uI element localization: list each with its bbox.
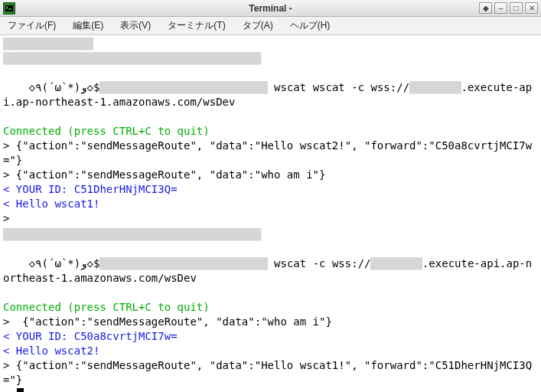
menu-tab[interactable]: タブ(A) [240,18,276,34]
prompt-caret: > [3,388,16,392]
input-line: > {"action":"sendMessageRoute", "data":"… [3,139,538,168]
prompt-symbol: ◇٩(´ω`*)و◇$ [29,81,100,93]
redacted-inline: ██████████████████████████ [99,81,267,93]
input-line: > [3,387,538,392]
output-line: < YOUR ID: C51DherHNjMCI3Q= [3,182,538,197]
close-button[interactable]: ✕ [525,2,538,14]
command-text: wscat -c wss:// [268,257,371,270]
input-line: > [3,211,538,226]
connected-line: Connected (press CTRL+C to quit) [3,300,538,315]
prompt-line: ◇٩(´ω`*)و◇$██████████████████████████ ws… [3,242,538,300]
terminal-app-icon [3,2,15,15]
window-controls: ◆ – □ ✕ [479,2,541,14]
command-text: wscat wscat -c wss:// [268,81,409,93]
connected-line: Connected (press CTRL+C to quit) [3,124,538,139]
redacted-line: ████████████████████████████████████████ [3,52,261,64]
maximize-button[interactable]: □ [510,2,523,14]
terminal-viewport[interactable]: ██████████████ █████████████████████████… [0,35,541,392]
menu-help[interactable]: ヘルプ(H) [287,18,334,34]
input-line: > {"action":"sendMessageRoute", "data":"… [3,358,538,387]
titlebar: Terminal - ◆ – □ ✕ [0,0,541,17]
redacted-inline: ██████████████████████████ [99,257,267,270]
redacted-inline: ████████ [409,81,461,93]
redacted-inline: ████████ [370,257,422,270]
menubar: ファイル(F) 編集(E) 表示(V) ターミナル(T) タブ(A) ヘルプ(H… [0,17,541,35]
output-line: < YOUR ID: C50a8cvrtjMCI7w= [3,329,538,344]
prompt-symbol: ◇٩(´ω`*)و◇$ [29,257,100,270]
output-line: < Hello wscat1! [3,197,538,211]
cursor-icon [17,388,24,392]
input-line: > {"action":"sendMessageRoute", "data":"… [3,168,538,182]
always-on-top-button[interactable]: ◆ [479,2,492,14]
menu-view[interactable]: 表示(V) [117,18,154,34]
redacted-line: ██████████████ [3,38,93,50]
window-title: Terminal - [0,3,541,14]
menu-file[interactable]: ファイル(F) [5,18,59,34]
redacted-line: ████████████████████████████████████████ [3,228,261,240]
menu-terminal[interactable]: ターミナル(T) [165,18,228,34]
input-line: > {"action":"sendMessageRoute", "data":"… [3,315,538,329]
output-line: < Hello wscat2! [3,344,538,358]
prompt-line: ◇٩(´ω`*)و◇$██████████████████████████ ws… [3,66,538,124]
minimize-button[interactable]: – [494,2,507,14]
menu-edit[interactable]: 編集(E) [70,18,106,34]
